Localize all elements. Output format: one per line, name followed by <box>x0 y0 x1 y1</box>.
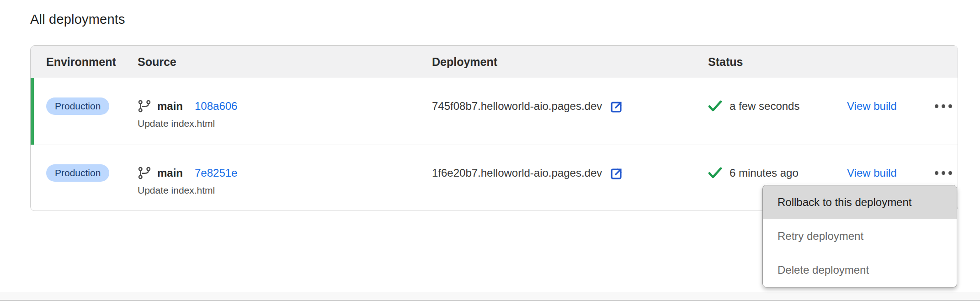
menu-item-rollback[interactable]: Rollback to this deployment <box>763 185 957 219</box>
external-link-icon[interactable] <box>608 99 624 115</box>
branch-name: main <box>157 167 183 179</box>
success-check-icon <box>708 100 722 112</box>
commit-link[interactable]: 108a606 <box>195 100 237 113</box>
menu-item-retry[interactable]: Retry deployment <box>763 219 957 253</box>
deployment-url: 1f6e20b7.helloworld-aio.pages.dev <box>432 167 602 179</box>
row-actions-ellipsis-button[interactable] <box>934 96 953 116</box>
menu-item-delete[interactable]: Delete deployment <box>763 253 957 287</box>
row-actions-ellipsis-button[interactable] <box>934 163 953 183</box>
table-header-row: Environment Source Deployment Status <box>31 46 958 78</box>
commit-message: Update index.html <box>138 185 432 196</box>
table-row: Production main 108a606 Update index.htm… <box>31 78 958 145</box>
commit-link[interactable]: 7e8251e <box>195 167 237 179</box>
page-bottom-divider <box>0 300 980 301</box>
column-header-status: Status <box>708 55 847 69</box>
environment-badge: Production <box>46 97 109 115</box>
column-header-environment: Environment <box>46 55 138 69</box>
environment-badge: Production <box>46 164 109 182</box>
deployment-url: 745f08b7.helloworld-aio.pages.dev <box>432 100 602 113</box>
row-actions-context-menu: Rollback to this deployment Retry deploy… <box>762 185 957 287</box>
git-branch-icon <box>138 166 151 180</box>
page-bottom-band <box>0 292 980 300</box>
column-header-source: Source <box>138 55 432 69</box>
commit-message: Update index.html <box>138 118 432 129</box>
column-header-deployment: Deployment <box>432 55 708 69</box>
view-build-link[interactable]: View build <box>847 167 897 179</box>
external-link-icon[interactable] <box>608 166 624 182</box>
git-branch-icon <box>138 99 151 113</box>
page-title: All deployments <box>30 12 125 27</box>
branch-name: main <box>157 100 183 113</box>
status-time: 6 minutes ago <box>730 167 799 179</box>
view-build-link[interactable]: View build <box>847 100 897 113</box>
success-check-icon <box>708 167 722 179</box>
status-time: a few seconds <box>730 100 799 113</box>
